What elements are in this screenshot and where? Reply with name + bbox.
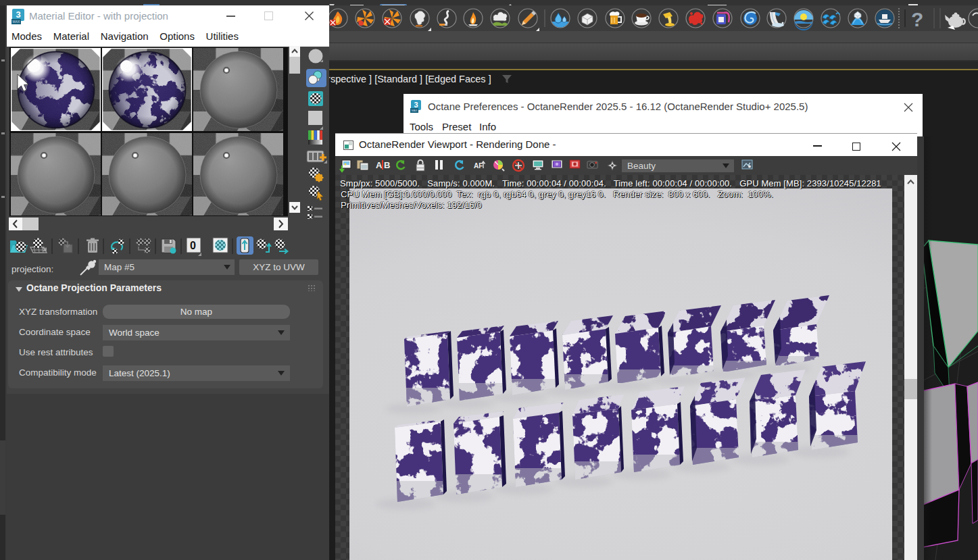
svg-text:Beauty: Beauty [627, 161, 656, 171]
svg-text:A: A [376, 160, 383, 170]
svg-text:?: ? [911, 8, 923, 30]
svg-text:B: B [384, 160, 390, 170]
svg-text:0: 0 [190, 240, 196, 251]
